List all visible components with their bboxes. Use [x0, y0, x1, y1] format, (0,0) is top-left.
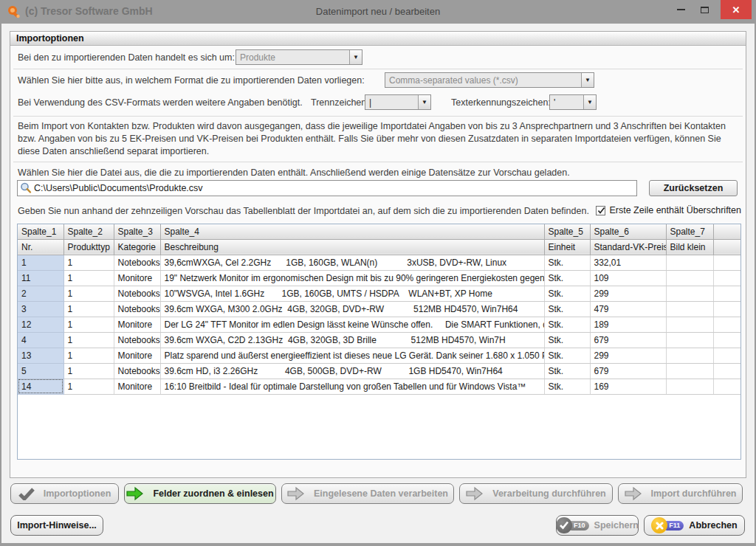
first-row-headers-checkbox[interactable]: Erste Zeile enthält Überschriften — [596, 205, 741, 215]
table-cell[interactable]: 1 — [63, 379, 114, 394]
table-cell[interactable]: 12 — [18, 317, 63, 332]
table-cell[interactable]: 4 — [18, 332, 63, 348]
table-cell[interactable]: 169 — [590, 379, 666, 394]
table-cell[interactable]: Stk. — [544, 301, 590, 317]
table-cell[interactable]: 479 — [590, 301, 666, 317]
table-cell[interactable]: 1 — [63, 286, 114, 301]
table-cell[interactable]: 11 — [18, 270, 63, 286]
step-run-processing-button[interactable]: Verarbeitung durchführen — [459, 483, 613, 504]
step-map-fields-button[interactable]: Felder zuordnen & einlesen — [124, 483, 276, 504]
table-cell[interactable]: 14 — [18, 379, 63, 394]
table-cell[interactable]: 1 — [63, 255, 114, 270]
separator-char-dropdown[interactable]: | ▼ — [365, 94, 431, 110]
table-field-header[interactable]: Einheit — [544, 239, 590, 255]
checkbox-box[interactable] — [596, 206, 605, 215]
table-cell[interactable]: Stk. — [544, 286, 590, 301]
table-cell[interactable]: 679 — [590, 363, 666, 379]
table-column-header[interactable]: Spalte_7 — [666, 224, 713, 239]
table-field-header[interactable]: Nr. — [18, 239, 63, 255]
table-cell[interactable]: Stk. — [544, 270, 590, 286]
table-cell[interactable]: 16:10 Breitbild - Ideal für optimale Dar… — [160, 379, 544, 394]
minimize-button[interactable] — [670, 0, 691, 19]
table-cell[interactable]: Stk. — [544, 348, 590, 363]
table-cell[interactable]: 2 — [18, 286, 63, 301]
step-process-data-button[interactable]: Eingelesene Daten verarbeiten — [281, 483, 454, 504]
table-cell[interactable]: 1 — [63, 363, 114, 379]
separator — [13, 116, 743, 117]
file-path-field[interactable] — [17, 180, 637, 196]
table-cell[interactable]: Monitore — [114, 379, 160, 394]
table-cell[interactable]: 3 — [18, 301, 63, 317]
table-cell[interactable] — [666, 379, 713, 394]
table-cell[interactable]: 332,01 — [590, 255, 666, 270]
import-hints-button[interactable]: Import-Hinweise... — [10, 515, 103, 536]
table-cell[interactable]: 13 — [18, 348, 63, 363]
table-cell[interactable]: 109 — [590, 270, 666, 286]
table-cell[interactable]: Notebooks — [114, 332, 160, 348]
table-cell[interactable]: 1 — [63, 270, 114, 286]
table-column-header[interactable]: Spalte_3 — [114, 224, 160, 239]
table-column-header[interactable]: Spalte_1 — [18, 224, 63, 239]
table-cell[interactable]: 19" Netzwerk Monitor im ergonomischen De… — [160, 270, 544, 286]
format-dropdown[interactable]: Comma-separated values (*.csv) ▼ — [385, 72, 594, 88]
table-cell[interactable]: 1 — [18, 255, 63, 270]
table-column-header[interactable]: Spalte_5 — [544, 224, 590, 239]
table-field-header[interactable]: Produkttyp — [63, 239, 114, 255]
table-cell[interactable]: Der LG 24" TFT Monitor im edlen Design l… — [160, 317, 544, 332]
table-column-header[interactable]: Spalte_6 — [590, 224, 666, 239]
table-column-header[interactable]: Spalte_2 — [63, 224, 114, 239]
step-importoptions-button[interactable]: Importoptionen — [10, 483, 119, 504]
table-cell[interactable]: 1 — [63, 301, 114, 317]
maximize-button[interactable] — [694, 0, 715, 19]
table-cell[interactable]: 39.6cm WXGA, C2D 2.13GHz 4GB, 320GB, 3D … — [160, 332, 544, 348]
table-field-header[interactable]: Beschreibung — [160, 239, 544, 255]
table-cell[interactable]: 10"WSVGA, Intel 1.6GHz 1GB, 160GB, UMTS … — [160, 286, 544, 301]
table-column-header[interactable]: Spalte_4 — [160, 224, 544, 239]
table-cell[interactable]: Stk. — [544, 255, 590, 270]
table-cell[interactable]: Stk. — [544, 317, 590, 332]
table-header-row: Nr.ProdukttypKategorieBeschreibungEinhei… — [18, 239, 740, 255]
table-cell[interactable]: Notebooks — [114, 363, 160, 379]
table-cell[interactable] — [666, 255, 713, 270]
table-cell[interactable]: Platz sparend und äußerst energieeffizie… — [160, 348, 544, 363]
table-cell[interactable]: 1 — [63, 348, 114, 363]
table-cell[interactable] — [666, 363, 713, 379]
table-cell[interactable] — [666, 317, 713, 332]
table-cell[interactable]: 1 — [63, 332, 114, 348]
reset-button[interactable]: Zurücksetzen — [649, 180, 738, 196]
table-cell[interactable]: Monitore — [114, 270, 160, 286]
step-run-import-button[interactable]: Import durchführen — [618, 483, 743, 504]
table-cell[interactable]: 299 — [590, 348, 666, 363]
table-cell[interactable]: 679 — [590, 332, 666, 348]
table-filler-cell — [713, 255, 740, 270]
table-cell[interactable]: 189 — [590, 317, 666, 332]
table-cell[interactable]: Monitore — [114, 348, 160, 363]
table-field-header[interactable]: Kategorie — [114, 239, 160, 255]
table-cell[interactable]: Stk. — [544, 363, 590, 379]
close-button[interactable]: ✕ — [721, 0, 752, 19]
table-cell[interactable]: Notebooks — [114, 255, 160, 270]
table-cell[interactable] — [666, 332, 713, 348]
table-field-header[interactable]: Standard-VK-Preis — [590, 239, 666, 255]
table-cell[interactable]: 1 — [63, 317, 114, 332]
table-cell[interactable]: Monitore — [114, 317, 160, 332]
table-cell[interactable]: 39,6cmWXGA, Cel 2.2GHz 1GB, 160GB, WLAN(… — [160, 255, 544, 270]
table-cell[interactable]: 5 — [18, 363, 63, 379]
table-cell[interactable] — [666, 301, 713, 317]
table-cell[interactable]: Stk. — [544, 332, 590, 348]
table-cell[interactable] — [666, 286, 713, 301]
table-cell[interactable]: 39.6cm HD, i3 2.26GHz 4GB, 500GB, DVD+-R… — [160, 363, 544, 379]
table-cell[interactable]: 299 — [590, 286, 666, 301]
table-cell[interactable]: Stk. — [544, 379, 590, 394]
table-field-header[interactable]: Bild klein — [666, 239, 713, 255]
table-cell[interactable] — [666, 270, 713, 286]
save-button[interactable]: F10 Speichern — [556, 515, 639, 536]
cancel-button[interactable]: F11 Abbrechen — [644, 515, 745, 536]
table-cell[interactable]: Notebooks — [114, 286, 160, 301]
table-cell[interactable]: 39.6cm WXGA, M300 2.0GHz 4GB, 320GB, DVD… — [160, 301, 544, 317]
file-path-input[interactable] — [34, 181, 636, 196]
datatype-dropdown[interactable]: Produkte ▼ — [236, 49, 362, 65]
table-cell[interactable] — [666, 348, 713, 363]
table-cell[interactable]: Notebooks — [114, 301, 160, 317]
text-qualifier-dropdown[interactable]: ' ▼ — [549, 94, 597, 110]
